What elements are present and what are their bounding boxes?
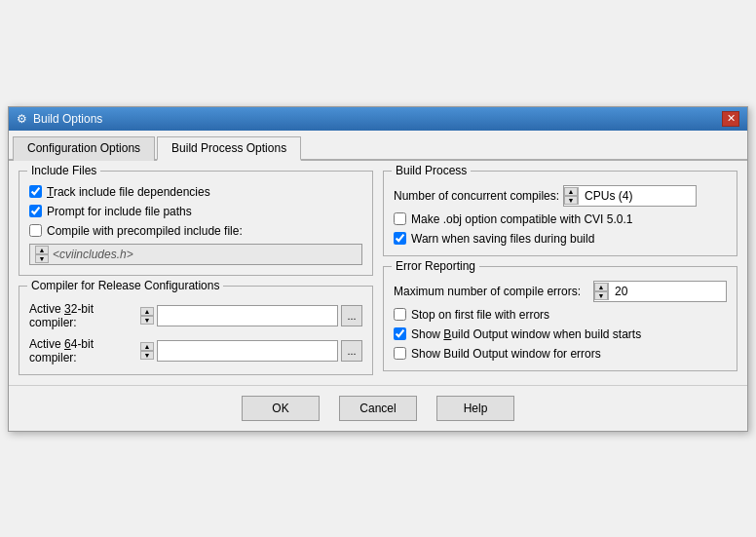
title-bar: ⚙ Build Options ✕ bbox=[9, 107, 747, 131]
tab-bar: Configuration Options Build Process Opti… bbox=[9, 131, 747, 161]
spin-up[interactable]: ▲ bbox=[35, 246, 49, 254]
compiler-32-dots[interactable]: ... bbox=[341, 305, 362, 326]
error-reporting-group: Error Reporting Maximum number of compil… bbox=[383, 266, 737, 371]
left-panel: Include Files Track include file depende… bbox=[19, 171, 373, 375]
stop-checkbox[interactable] bbox=[394, 308, 406, 321]
error-spinbox: ▲ ▼ 20 bbox=[593, 281, 727, 302]
footer: OK Cancel Help bbox=[9, 385, 747, 431]
content-area: Include Files Track include file depende… bbox=[9, 161, 747, 385]
show-errors-row: Show Build Output window for errors bbox=[394, 347, 727, 361]
tab-configuration[interactable]: Configuration Options bbox=[13, 136, 155, 161]
cpu-spinbox-btns: ▲ ▼ bbox=[564, 187, 579, 205]
cpu-spinbox: ▲ ▼ CPUs (4) bbox=[563, 185, 697, 207]
include-value: <cviincludes.h> bbox=[53, 248, 133, 261]
compiler-group-title: Compiler for Release Configurations bbox=[27, 279, 223, 292]
title-bar-left: ⚙ Build Options bbox=[17, 112, 102, 126]
build-process-title: Build Process bbox=[392, 164, 471, 177]
ok-button[interactable]: OK bbox=[242, 396, 320, 421]
cpu-spin-up[interactable]: ▲ bbox=[564, 187, 578, 196]
compiler-32-input[interactable]: Standard CVI Compiler bbox=[157, 305, 338, 326]
build-process-group: Build Process Number of concurrent compi… bbox=[383, 171, 737, 256]
show-errors-label: Show Build Output window for errors bbox=[411, 347, 601, 361]
stop-label: Stop on first file with errors bbox=[411, 308, 549, 322]
cpu-spin-down[interactable]: ▼ bbox=[564, 196, 578, 205]
close-button[interactable]: ✕ bbox=[722, 111, 739, 127]
show-start-checkbox[interactable] bbox=[394, 327, 406, 340]
compiler-32-spinner: ▲ ▼ bbox=[140, 307, 154, 325]
make-label: Make .obj option compatible with CVI 5.0… bbox=[411, 212, 632, 226]
show-start-label: Show Build Output window when build star… bbox=[411, 327, 641, 341]
compiler-32-row: Active 32-bit compiler: ▲ ▼ Standard CVI… bbox=[29, 302, 362, 329]
max-errors-value: 20 bbox=[609, 285, 726, 298]
stop-row: Stop on first file with errors bbox=[394, 308, 727, 322]
include-input[interactable]: ▲ ▼ <cviincludes.h> bbox=[29, 244, 362, 265]
spin-down[interactable]: ▼ bbox=[35, 254, 49, 263]
make-row: Make .obj option compatible with CVI 5.0… bbox=[394, 212, 727, 226]
make-checkbox[interactable] bbox=[394, 212, 406, 225]
tab-build-process[interactable]: Build Process Options bbox=[157, 136, 301, 161]
include-files-title: Include Files bbox=[27, 164, 100, 177]
track-row: Track include file dependencies bbox=[29, 185, 362, 199]
error-input-row: Maximum number of compile errors: ▲ ▼ 20 bbox=[394, 281, 727, 302]
right-panel: Build Process Number of concurrent compi… bbox=[383, 171, 737, 375]
compiler-64-up[interactable]: ▲ bbox=[140, 342, 154, 351]
error-spinbox-btns: ▲ ▼ bbox=[594, 283, 609, 300]
compiler-64-label: Active 64-bit compiler: bbox=[29, 337, 136, 364]
help-button[interactable]: Help bbox=[436, 396, 514, 421]
cancel-button[interactable]: Cancel bbox=[339, 396, 417, 421]
compile-label: Compile with precompiled include file: bbox=[47, 224, 243, 238]
track-label: Track include file dependencies bbox=[47, 185, 210, 199]
error-reporting-title: Error Reporting bbox=[392, 259, 479, 273]
include-spinner: ▲ ▼ bbox=[35, 246, 49, 263]
compiler-64-spinner: ▲ ▼ bbox=[140, 342, 154, 360]
compiler-32-label: Active 32-bit compiler: bbox=[29, 302, 136, 329]
cpu-label: Number of concurrent compiles: bbox=[394, 189, 559, 203]
compiler-64-wrap: ▲ ▼ Standard CVI Compiler ... bbox=[140, 340, 362, 362]
compiler-64-dots[interactable]: ... bbox=[341, 340, 362, 362]
include-input-row: ▲ ▼ <cviincludes.h> bbox=[29, 244, 362, 265]
compiler-32-down[interactable]: ▼ bbox=[140, 316, 154, 325]
cpu-row: Number of concurrent compiles: ▲ ▼ CPUs … bbox=[394, 185, 727, 207]
compiler-32-up[interactable]: ▲ bbox=[140, 307, 154, 316]
show-start-row: Show Build Output window when build star… bbox=[394, 327, 727, 341]
cpu-value: CPUs (4) bbox=[579, 189, 696, 203]
window-title: Build Options bbox=[33, 112, 102, 126]
prompt-label: Prompt for include file paths bbox=[47, 205, 192, 218]
error-spin-down[interactable]: ▼ bbox=[594, 291, 608, 300]
warn-checkbox[interactable] bbox=[394, 232, 406, 245]
max-errors-label: Maximum number of compile errors: bbox=[394, 285, 581, 298]
error-spin-up[interactable]: ▲ bbox=[594, 283, 608, 291]
include-files-group: Include Files Track include file depende… bbox=[19, 171, 373, 276]
track-checkbox[interactable] bbox=[29, 185, 42, 198]
compiler-32-wrap: ▲ ▼ Standard CVI Compiler ... bbox=[140, 305, 362, 326]
warn-row: Warn when saving files during build bbox=[394, 232, 727, 246]
compiler-64-input[interactable]: Standard CVI Compiler bbox=[157, 340, 338, 362]
show-errors-checkbox[interactable] bbox=[394, 347, 406, 360]
warn-label: Warn when saving files during build bbox=[411, 232, 594, 246]
compiler-64-down[interactable]: ▼ bbox=[140, 351, 154, 360]
window-icon: ⚙ bbox=[17, 112, 27, 126]
compiler-64-row: Active 64-bit compiler: ▲ ▼ Standard CVI… bbox=[29, 337, 362, 364]
compile-checkbox[interactable] bbox=[29, 224, 42, 237]
prompt-checkbox[interactable] bbox=[29, 205, 42, 217]
compile-row: Compile with precompiled include file: bbox=[29, 224, 362, 238]
compiler-group: Compiler for Release Configurations Acti… bbox=[19, 286, 373, 375]
main-window: ⚙ Build Options ✕ Configuration Options … bbox=[8, 106, 748, 432]
prompt-row: Prompt for include file paths bbox=[29, 205, 362, 218]
